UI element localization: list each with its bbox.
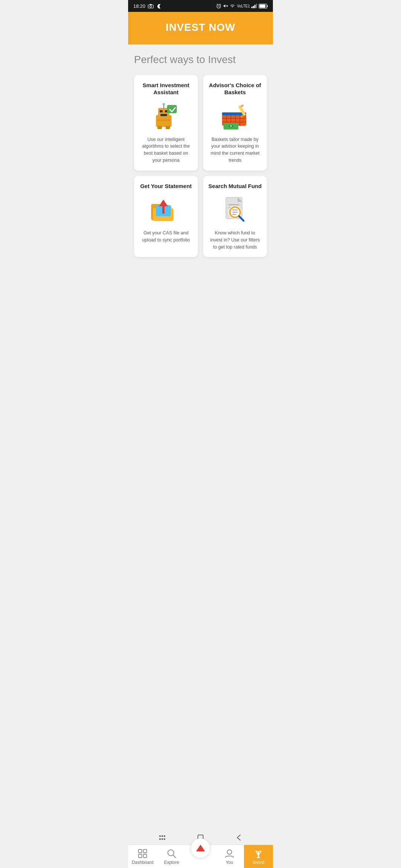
main-content: Perfect ways to Invest Smart Investment … bbox=[128, 45, 273, 269]
network-label: VoLTE1 bbox=[237, 4, 250, 8]
svg-point-30 bbox=[166, 119, 167, 121]
svg-rect-21 bbox=[160, 110, 163, 112]
svg-rect-16 bbox=[260, 4, 265, 8]
svg-text:$: $ bbox=[230, 124, 232, 128]
basket-icon: $ bbox=[218, 101, 252, 131]
wifi-icon bbox=[229, 4, 235, 8]
battery-icon bbox=[259, 4, 268, 9]
mute-icon bbox=[223, 3, 228, 9]
svg-point-31 bbox=[168, 119, 170, 121]
svg-rect-51 bbox=[162, 206, 164, 214]
svg-point-29 bbox=[163, 119, 164, 121]
card-title-smart: Smart Investment Assistant bbox=[139, 82, 193, 96]
card-desc-search: Know which fund to invest in? Use our fi… bbox=[208, 230, 262, 250]
svg-line-5 bbox=[219, 6, 219, 7]
page-title: INVEST NOW bbox=[136, 22, 265, 33]
time: 18:20 bbox=[133, 3, 146, 9]
photo-icon bbox=[148, 4, 154, 8]
svg-line-7 bbox=[220, 4, 221, 5]
svg-rect-10 bbox=[251, 7, 252, 8]
svg-rect-15 bbox=[267, 5, 268, 7]
status-left: 18:20 bbox=[133, 3, 161, 9]
moon-icon bbox=[156, 3, 161, 9]
advisor-choice-card[interactable]: Advisor's Choice of Baskets bbox=[203, 75, 267, 171]
svg-rect-12 bbox=[254, 5, 255, 8]
search-fund-card[interactable]: Search Mutual Fund bbox=[203, 176, 267, 257]
card-title-advisor: Advisor's Choice of Baskets bbox=[208, 82, 262, 96]
page-subtitle: Perfect ways to Invest bbox=[134, 53, 267, 66]
robot-icon bbox=[149, 101, 183, 131]
signal-icon bbox=[251, 4, 257, 8]
svg-rect-13 bbox=[256, 4, 257, 8]
svg-marker-50 bbox=[159, 200, 168, 206]
svg-rect-2 bbox=[150, 4, 152, 5]
header: INVEST NOW bbox=[128, 12, 273, 45]
svg-point-1 bbox=[150, 6, 151, 7]
svg-point-27 bbox=[158, 119, 159, 121]
folder-icon bbox=[149, 195, 183, 224]
svg-rect-11 bbox=[253, 6, 254, 8]
svg-point-28 bbox=[160, 119, 162, 121]
search-doc-icon bbox=[218, 195, 252, 224]
alarm-icon bbox=[216, 3, 221, 9]
smart-investment-card[interactable]: Smart Investment Assistant bbox=[134, 75, 198, 171]
svg-point-20 bbox=[163, 103, 165, 105]
svg-rect-24 bbox=[157, 126, 162, 129]
card-title-search: Search Mutual Fund bbox=[208, 183, 261, 190]
svg-line-6 bbox=[217, 4, 218, 5]
status-right: VoLTE1 bbox=[216, 3, 268, 9]
status-bar: 18:20 VoLTE1 bbox=[128, 0, 273, 12]
card-desc-smart: Use our intelligent algorithms to select… bbox=[139, 136, 193, 164]
svg-rect-25 bbox=[166, 126, 170, 129]
svg-rect-0 bbox=[148, 5, 153, 8]
cards-grid: Smart Investment Assistant bbox=[134, 75, 267, 257]
card-desc-statement: Get your CAS file and upload to sync por… bbox=[139, 230, 193, 244]
get-statement-card[interactable]: Get Your Statement Get your CAS file and… bbox=[134, 176, 198, 257]
card-title-statement: Get Your Statement bbox=[140, 183, 192, 190]
card-desc-advisor: Baskets tailor made by your advisor keep… bbox=[208, 136, 262, 164]
svg-rect-23 bbox=[160, 114, 167, 116]
